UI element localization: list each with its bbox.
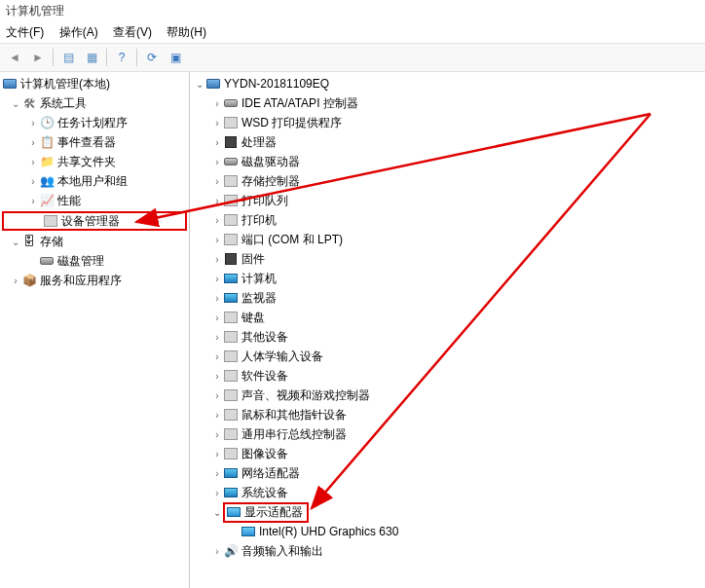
expander-icon[interactable]: › <box>27 176 39 187</box>
label: 存储 <box>40 234 63 250</box>
tree-performance[interactable]: › 📈 性能 <box>0 191 189 210</box>
computer-icon <box>205 76 221 92</box>
toolbar-btn-1[interactable]: ▤ <box>57 47 79 68</box>
expander-icon[interactable]: › <box>211 293 223 304</box>
expander-icon[interactable]: ⌄ <box>211 507 223 518</box>
window-title: 计算机管理 <box>0 0 705 22</box>
label: 声音、视频和游戏控制器 <box>241 387 370 404</box>
grid-icon: ▦ <box>87 51 97 64</box>
expander-icon[interactable]: › <box>211 351 223 362</box>
menu-action[interactable]: 操作(A) <box>59 25 98 39</box>
menu-help[interactable]: 帮助(H) <box>167 25 206 39</box>
device-network[interactable]: ›网络适配器 <box>190 463 705 483</box>
expander-icon[interactable]: › <box>10 276 21 286</box>
tree-shared-folders[interactable]: › 📁 共享文件夹 <box>0 152 189 171</box>
device-display-child[interactable]: Intel(R) UHD Graphics 630 <box>190 522 705 541</box>
clock-icon: 🕒 <box>39 115 55 130</box>
expander-icon[interactable]: › <box>27 196 39 206</box>
back-button[interactable]: ◄ <box>4 47 25 68</box>
label: 通用串行总线控制器 <box>241 426 347 443</box>
device-processors[interactable]: ›处理器 <box>190 132 705 152</box>
device-sound[interactable]: ›声音、视频和游戏控制器 <box>190 386 705 405</box>
forward-button[interactable]: ► <box>27 47 49 68</box>
mouse-icon <box>223 407 239 423</box>
expander-icon[interactable]: › <box>211 390 223 401</box>
toolbar-btn-3[interactable]: ? <box>111 47 132 68</box>
device-audio[interactable]: › 🔊 音频输入和输出 <box>190 541 705 561</box>
tree-services-apps[interactable]: › 📦 服务和应用程序 <box>0 271 189 290</box>
expander-icon[interactable]: › <box>211 371 223 382</box>
label: 设备管理器 <box>61 213 120 230</box>
expander-icon[interactable]: › <box>211 488 223 498</box>
device-imaging[interactable]: ›图像设备 <box>190 444 705 463</box>
device-print_queues[interactable]: ›打印队列 <box>190 191 705 210</box>
label: 处理器 <box>241 134 277 151</box>
device-hid[interactable]: ›人体学输入设备 <box>190 347 705 366</box>
device-root[interactable]: ⌄ YYDN-20181109EQ <box>190 74 705 93</box>
expander-icon[interactable]: › <box>27 118 39 129</box>
expander-icon[interactable]: ⌄ <box>10 98 21 109</box>
device-ide[interactable]: ›IDE ATA/ATAPI 控制器 <box>190 93 705 113</box>
expander-icon[interactable]: › <box>211 98 223 109</box>
expander-icon[interactable]: ⌄ <box>10 237 21 247</box>
expander-icon[interactable]: › <box>27 137 39 148</box>
expander-icon[interactable]: › <box>211 176 223 187</box>
toolbar-btn-4[interactable]: ⟳ <box>141 47 163 68</box>
tree-device-manager[interactable]: 设备管理器 <box>2 211 187 231</box>
device-other_devices[interactable]: ›其他设备 <box>190 327 705 347</box>
device-keyboards[interactable]: ›键盘 <box>190 308 705 327</box>
toolbar-btn-2[interactable]: ▦ <box>81 47 102 68</box>
tree-system-tools[interactable]: ⌄ 🛠 系统工具 <box>0 93 189 113</box>
label: 系统工具 <box>40 95 87 112</box>
expander-icon[interactable]: › <box>211 546 223 557</box>
device-monitors[interactable]: ›监视器 <box>190 288 705 308</box>
expander-icon[interactable]: › <box>211 235 223 245</box>
expander-icon[interactable]: ⌄ <box>194 79 205 90</box>
label: 网络适配器 <box>241 465 300 482</box>
printer-icon <box>223 212 239 228</box>
tree-storage[interactable]: ⌄ 🗄 存储 <box>0 232 189 251</box>
expander-icon[interactable]: › <box>211 410 223 421</box>
tree-task-scheduler[interactable]: › 🕒 任务计划程序 <box>0 113 189 132</box>
expander-icon[interactable]: › <box>211 215 223 226</box>
label: 键盘 <box>241 310 265 326</box>
device-ports[interactable]: ›端口 (COM 和 LPT) <box>190 230 705 249</box>
expander-icon[interactable]: › <box>211 137 223 148</box>
label: WSD 打印提供程序 <box>241 115 342 131</box>
device-disk_drives[interactable]: ›磁盘驱动器 <box>190 152 705 171</box>
device-printers[interactable]: ›打印机 <box>190 210 705 230</box>
expander-icon[interactable]: › <box>27 157 39 167</box>
tree-event-viewer[interactable]: › 📋 事件查看器 <box>0 132 189 152</box>
imaging-icon <box>223 446 239 461</box>
expander-icon[interactable]: › <box>211 312 223 323</box>
device-usb[interactable]: ›通用串行总线控制器 <box>190 424 705 444</box>
expander-icon[interactable]: › <box>211 118 223 129</box>
port-icon <box>223 232 239 247</box>
expander-icon[interactable]: › <box>211 196 223 206</box>
device-firmware[interactable]: ›固件 <box>190 249 705 269</box>
device-computer[interactable]: ›计算机 <box>190 269 705 288</box>
firmware-icon <box>223 251 239 267</box>
expander-icon[interactable]: › <box>211 468 223 479</box>
device-wsd[interactable]: ›WSD 打印提供程序 <box>190 113 705 132</box>
tree-local-users[interactable]: › 👥 本地用户和组 <box>0 171 189 191</box>
device-storage_controllers[interactable]: ›存储控制器 <box>190 171 705 191</box>
tree-root-local[interactable]: 计算机管理(本地) <box>0 74 189 93</box>
expander-icon[interactable]: › <box>211 332 223 343</box>
label: 端口 (COM 和 LPT) <box>241 232 343 248</box>
expander-icon[interactable]: › <box>211 254 223 265</box>
menu-file[interactable]: 文件(F) <box>6 25 44 39</box>
expander-icon[interactable]: › <box>211 429 223 440</box>
menu-view[interactable]: 查看(V) <box>113 25 152 39</box>
expander-icon[interactable]: › <box>211 274 223 284</box>
toolbar-btn-5[interactable]: ▣ <box>165 47 186 68</box>
device-display-adapters-row[interactable]: ⌄ 显示适配器 <box>190 502 705 522</box>
expander-icon[interactable]: › <box>211 157 223 167</box>
expander-icon[interactable]: › <box>211 449 223 459</box>
tree-disk-mgmt[interactable]: 磁盘管理 <box>0 251 189 271</box>
device-system_devices[interactable]: ›系统设备 <box>190 483 705 502</box>
device-software_devices[interactable]: ›软件设备 <box>190 366 705 386</box>
ide-icon <box>223 95 239 111</box>
gpu-icon <box>241 524 256 539</box>
device-mice[interactable]: ›鼠标和其他指针设备 <box>190 405 705 424</box>
